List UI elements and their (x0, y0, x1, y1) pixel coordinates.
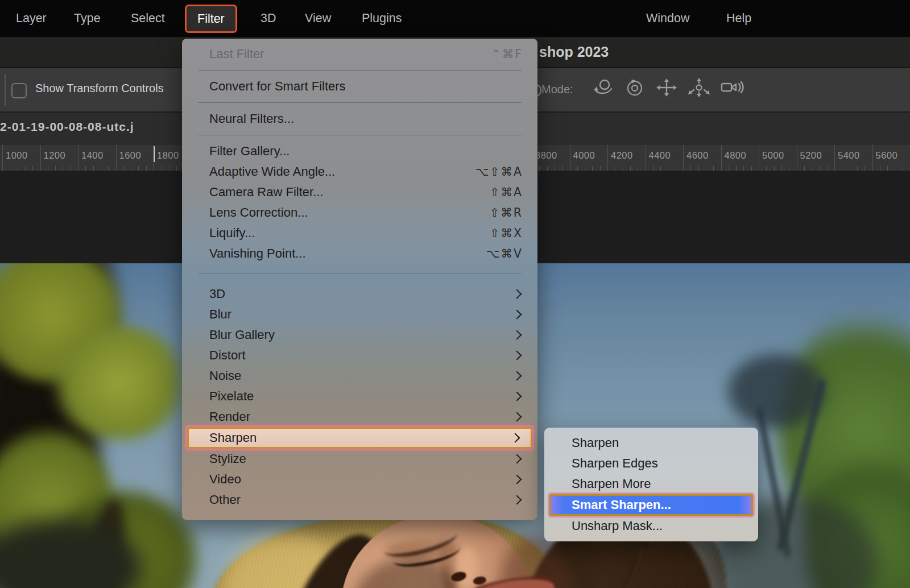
ruler-label: 1600 (119, 150, 142, 161)
menu-item-label: Lens Correction... (209, 205, 490, 220)
filter-menu-item-video[interactable]: Video (182, 469, 537, 490)
submenu-chevron-icon (512, 371, 522, 381)
menu-item-label: Filter Gallery... (209, 144, 523, 159)
filter-menu-item-noise[interactable]: Noise (182, 366, 537, 386)
filter-menu-item-lens-correction[interactable]: Lens Correction...⇧⌘R (182, 202, 537, 223)
submenu-chevron-icon (512, 330, 522, 340)
ruler-minor-tick (668, 166, 668, 171)
filter-menu-item-liquify[interactable]: Liquify...⇧⌘X (182, 223, 537, 243)
sharpen-submenu: SharpenSharpen EdgesSharpen MoreSmart Sh… (544, 428, 758, 541)
ruler-label: 1200 (44, 150, 66, 161)
ruler-minor-tick (585, 166, 585, 171)
menubar-item-3d[interactable]: 3D (260, 0, 276, 37)
ruler-minor-tick (789, 166, 789, 171)
ruler-minor-tick (138, 166, 139, 171)
ruler-minor-tick (85, 166, 86, 171)
menubar-item-filter[interactable]: Filter (185, 5, 237, 33)
ruler-major-tick (759, 145, 759, 171)
orbit-3d-icon[interactable] (592, 78, 614, 97)
ruler-minor-tick (25, 166, 26, 171)
filter-menu-item-adaptive-wide-angle[interactable]: Adaptive Wide Angle...⌥⇧⌘A (182, 162, 537, 182)
submenu-chevron-icon (512, 392, 522, 401)
filter-menu-item-render[interactable]: Render (182, 407, 537, 427)
filter-menu-item-sharpen[interactable]: Sharpen (187, 427, 532, 449)
ruler-minor-tick (751, 166, 752, 171)
filter-menu-item-distort[interactable]: Distort (182, 345, 537, 366)
filter-menu-item-pixelate[interactable]: Pixelate (182, 386, 537, 407)
filter-menu-item-camera-raw-filter[interactable]: Camera Raw Filter...⇧⌘A (182, 182, 537, 202)
ruler-major-tick (154, 145, 154, 171)
submenu-chevron-icon (511, 433, 520, 443)
show-transform-checkbox[interactable] (11, 83, 27, 98)
filter-menu-item-other[interactable]: Other (182, 490, 537, 510)
ruler-minor-tick (812, 166, 812, 171)
menubar-item-window[interactable]: Window (646, 0, 689, 37)
ruler-label: 5600 (876, 150, 898, 161)
ruler-minor-tick (32, 166, 33, 171)
menubar-item-help[interactable]: Help (726, 0, 751, 37)
filter-menu-item-convert-for-smart-filters[interactable]: Convert for Smart Filters (182, 76, 537, 97)
ruler-major-tick (646, 145, 646, 171)
menu-item-label: Liquify... (209, 226, 490, 241)
ruler-minor-tick (55, 166, 56, 171)
menu-item-label: Pixelate (209, 389, 514, 404)
filter-menu-item-blur[interactable]: Blur (182, 304, 537, 325)
filter-menu-item-blur-gallery[interactable]: Blur Gallery (182, 325, 537, 345)
ruler-minor-tick (827, 166, 828, 171)
menubar-item-type[interactable]: Type (74, 0, 101, 37)
ruler-minor-tick (690, 166, 691, 171)
sharpen-submenu-item-sharpen-more[interactable]: Sharpen More (544, 474, 758, 494)
ruler-minor-tick (539, 166, 540, 171)
pan-3d-icon[interactable] (655, 78, 678, 97)
ruler-major-tick (834, 145, 835, 171)
sharpen-submenu-item-unsharp-mask[interactable]: Unsharp Mask... (544, 516, 758, 536)
ruler-minor-tick (819, 166, 820, 171)
menu-item-label: Sharpen (209, 430, 512, 445)
filter-menu-item-neural-filters[interactable]: Neural Filters... (182, 109, 537, 129)
menu-item-label: Distort (209, 348, 514, 363)
app-title: shop 2023 (539, 44, 609, 60)
ruler-label: 5400 (838, 150, 860, 161)
menu-item-label: Neural Filters... (209, 111, 523, 126)
ruler-label: 4000 (573, 150, 595, 161)
ruler-major-tick (116, 145, 117, 171)
camera-audio-icon[interactable] (720, 78, 745, 97)
ruler-minor-tick (123, 166, 124, 171)
foliage-blob (51, 326, 188, 440)
ruler-minor-tick (774, 166, 775, 171)
ruler-label: 3800 (535, 150, 557, 161)
mode-label: Mode: (541, 83, 573, 96)
roll-3d-icon[interactable] (624, 78, 646, 97)
ruler-minor-tick (615, 166, 615, 171)
filter-menu-item-3d[interactable]: 3D (182, 284, 537, 304)
menubar-item-plugins[interactable]: Plugins (362, 0, 402, 37)
menu-separator (198, 102, 522, 103)
ruler-minor-tick (850, 166, 850, 171)
filter-menu-item-filter-gallery[interactable]: Filter Gallery... (182, 141, 537, 162)
ruler-minor-tick (547, 166, 548, 171)
show-transform-label: Show Transform Controls (35, 82, 184, 95)
menubar-item-view[interactable]: View (305, 0, 331, 37)
ruler-minor-tick (48, 166, 48, 171)
ruler-minor-tick (108, 166, 109, 171)
menubar-item-layer[interactable]: Layer (16, 0, 47, 37)
ruler-minor-tick (101, 166, 101, 171)
menu-item-label: Video (209, 472, 514, 487)
filter-menu-item-stylize[interactable]: Stylize (182, 449, 537, 469)
slide-3d-icon[interactable] (688, 78, 710, 97)
sharpen-submenu-item-sharpen-edges[interactable]: Sharpen Edges (544, 453, 758, 474)
document-tab[interactable]: 2-01-19-00-08-08-utc.j (0, 120, 134, 134)
ruler-minor-tick (713, 166, 714, 171)
sharpen-submenu-item-smart-sharpen[interactable]: Smart Sharpen... (549, 494, 753, 516)
ruler-label: 1000 (6, 150, 28, 161)
filter-menu-item-vanishing-point[interactable]: Vanishing Point...⌥⌘V (182, 243, 537, 264)
menubar-item-select[interactable]: Select (131, 0, 165, 37)
ruler-minor-tick (706, 166, 706, 171)
sharpen-submenu-item-sharpen[interactable]: Sharpen (544, 433, 758, 453)
ruler-label: 4200 (611, 150, 633, 161)
submenu-chevron-icon (512, 475, 522, 485)
ruler-minor-tick (842, 166, 842, 171)
menu-item-label: Sharpen More (572, 477, 651, 491)
menu-item-label: Last Filter (209, 47, 491, 61)
ruler-minor-tick (887, 166, 888, 171)
